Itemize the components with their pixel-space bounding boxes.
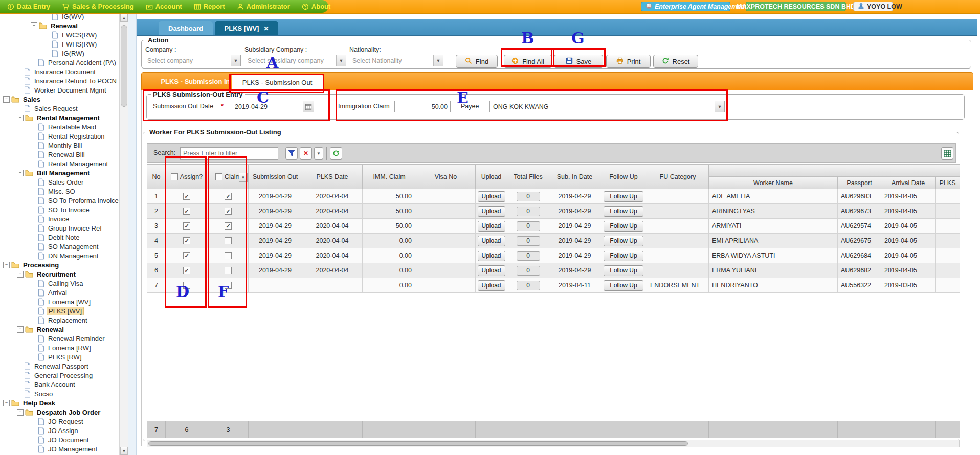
window-tab-dashboard[interactable]: Dashboard — [159, 21, 213, 35]
scroll-up-icon[interactable]: ▲ — [120, 14, 128, 22]
sidebar-item-insurance-refund-to-pocn[interactable]: Insurance Refund To POCN — [17, 76, 118, 85]
upload-button[interactable]: Upload — [478, 221, 505, 232]
column-header-fu-category[interactable]: FU Category — [647, 165, 709, 190]
reset-button[interactable]: Reset — [653, 55, 698, 68]
column-header-plks-date[interactable]: PLKS Date — [302, 165, 363, 190]
upload-button[interactable]: Upload — [478, 206, 505, 217]
assign-checkbox[interactable]: ✓ — [183, 193, 190, 200]
follow-up-button[interactable]: Follow Up — [604, 265, 643, 276]
chevron-down-icon[interactable]: ▼ — [433, 55, 443, 66]
follow-up-button[interactable]: Follow Up — [604, 251, 643, 261]
sidebar-item-ig-rw-[interactable]: IG(RW) — [44, 49, 86, 58]
calendar-icon[interactable] — [303, 101, 314, 112]
find-button[interactable]: Find — [456, 55, 498, 68]
sidebar-item-fomema-rw-[interactable]: Fomema [RW] — [31, 343, 93, 352]
filter-options-chevron-icon[interactable]: ▼ — [314, 147, 323, 160]
assign-checkbox[interactable]: ✓ — [183, 252, 190, 259]
sidebar-item-help-desk[interactable]: −Help Desk — [3, 398, 57, 407]
column-header-arrival-date[interactable]: Arrival Date — [881, 177, 936, 190]
window-tab-plks-wv-[interactable]: PLKS [WV]✕ — [215, 21, 278, 35]
scrollbar-thumb[interactable] — [148, 441, 688, 446]
chevron-down-icon[interactable]: ▼ — [715, 101, 724, 112]
sidebar-item-group-invoice-ref[interactable]: Group Invoice Ref — [31, 223, 103, 233]
collapse-expander-icon[interactable]: − — [17, 170, 24, 176]
assign-checkbox[interactable]: ✓ — [183, 267, 190, 274]
column-header-upload[interactable]: Upload — [476, 165, 507, 190]
assign-checkbox[interactable]: ✓ — [183, 208, 190, 215]
column-header-submission-out[interactable]: Submission Out — [249, 165, 302, 190]
sidebar-item-renewal-passport[interactable]: Renewal Passport — [17, 361, 90, 371]
sidebar-scrollbar[interactable]: ▲ ▼ — [119, 14, 128, 455]
sidebar-item-renewal[interactable]: −Renewal — [31, 21, 79, 30]
follow-up-button[interactable]: Follow Up — [604, 206, 643, 217]
sidebar-item-invoice[interactable]: Invoice — [31, 214, 71, 223]
sidebar-item-general-processing[interactable]: General Processing — [17, 371, 94, 380]
collapse-expander-icon[interactable]: − — [3, 400, 10, 406]
column-header-total-files[interactable]: Total Files — [507, 165, 549, 190]
menu-item-sales-processing[interactable]: Sales & Processing — [62, 3, 134, 10]
sidebar-item-renewal[interactable]: −Renewal — [17, 325, 65, 334]
column-header-no[interactable]: No — [147, 165, 166, 190]
submission-out-date-input[interactable] — [232, 101, 303, 112]
sidebar-item-sales-order[interactable]: Sales Order — [31, 177, 85, 187]
column-header-worker-name[interactable]: Worker Name — [709, 177, 838, 190]
sidebar-item-dn-management[interactable]: DN Management — [31, 251, 100, 260]
sidebar-item-plks-rw-[interactable]: PLKS [RW] — [31, 352, 83, 361]
excel-export-icon[interactable] — [941, 147, 953, 160]
chevron-down-icon[interactable]: ▼ — [231, 55, 240, 66]
sidebar-item-personal-accident-pa-[interactable]: Personal Accident (PA) — [31, 58, 118, 67]
follow-up-button[interactable]: Follow Up — [604, 236, 643, 246]
sidebar-item-bill-management[interactable]: −Bill Management — [17, 168, 91, 177]
tab-plks-submission-in[interactable]: PLKS - Submission In — [152, 73, 239, 91]
sidebar-item-calling-visa[interactable]: Calling Visa — [31, 279, 84, 288]
panel-splitter[interactable] — [128, 14, 137, 455]
sidebar-item-debit-note[interactable]: Debit Note — [31, 233, 81, 242]
search-input[interactable] — [180, 147, 278, 160]
sidebar-item-misc-so[interactable]: Misc. SO — [31, 187, 77, 196]
sidebar-item-monthly-bill[interactable]: Monthly Bill — [31, 141, 83, 150]
follow-up-button[interactable]: Follow Up — [604, 280, 643, 291]
sidebar-item-renewal-reminder[interactable]: Renewal Reminder — [31, 334, 106, 343]
sidebar-item-so-to-proforma-invoice[interactable]: SO To Proforma Invoice — [31, 196, 120, 205]
follow-up-button[interactable]: Follow Up — [604, 191, 643, 202]
sidebar-item-jo-request[interactable]: JO Request — [31, 417, 85, 426]
column-header-assign-[interactable]: Assign? — [166, 165, 208, 190]
close-icon[interactable]: ✕ — [263, 25, 269, 32]
menu-item-account[interactable]: Account — [146, 3, 182, 10]
select-all-checkbox[interactable] — [171, 173, 178, 180]
payee-select[interactable]: ONG KOK KWANG ▼ — [489, 101, 725, 112]
sidebar-item-renewal-bill[interactable]: Renewal Bill — [31, 150, 86, 159]
assign-checkbox[interactable]: ✓ — [183, 237, 190, 244]
menu-item-administrator[interactable]: Administrator — [237, 3, 290, 10]
sidebar-item-so-management[interactable]: SO Management — [31, 242, 100, 251]
sort-dropdown-icon[interactable]: ▼ — [239, 173, 248, 182]
sidebar-item-jo-document[interactable]: JO Document — [31, 435, 90, 444]
column-header-visa-no[interactable]: Visa No — [416, 165, 476, 190]
scroll-down-icon[interactable]: ▼ — [120, 447, 128, 455]
menu-item-data-entry[interactable]: Data Entry — [7, 3, 50, 10]
column-header-claim[interactable]: Claim▼ — [208, 165, 249, 190]
sidebar-item-socso[interactable]: Socso — [17, 389, 54, 398]
chevron-down-icon[interactable]: ▼ — [336, 55, 346, 66]
refresh-icon[interactable] — [330, 147, 342, 160]
filter-icon[interactable] — [285, 147, 298, 160]
assign-checkbox[interactable]: ✓ — [183, 222, 190, 230]
column-header-plks[interactable]: PLKS — [936, 177, 960, 190]
collapse-expander-icon[interactable]: − — [17, 409, 24, 416]
sidebar-item-arrival[interactable]: Arrival — [31, 288, 69, 297]
collapse-expander-icon[interactable]: − — [17, 326, 24, 333]
follow-up-button[interactable]: Follow Up — [604, 221, 643, 232]
assign-checkbox[interactable] — [183, 282, 190, 289]
sidebar-item-sales[interactable]: −Sales — [3, 95, 42, 104]
upload-button[interactable]: Upload — [478, 236, 505, 246]
horizontal-scrollbar[interactable] — [147, 440, 960, 447]
save-button[interactable]: Save — [554, 55, 603, 68]
sidebar-item-fomema-wv-[interactable]: Fomema [WV] — [31, 297, 92, 306]
upload-button[interactable]: Upload — [478, 265, 505, 276]
menu-item-report[interactable]: Report — [194, 3, 225, 10]
upload-button[interactable]: Upload — [478, 251, 505, 261]
claim-checkbox[interactable]: ✓ — [225, 222, 232, 230]
select-all-checkbox[interactable] — [215, 173, 222, 180]
sidebar-item-rental-management[interactable]: Rental Management — [31, 159, 109, 168]
upload-button[interactable]: Upload — [478, 191, 505, 202]
